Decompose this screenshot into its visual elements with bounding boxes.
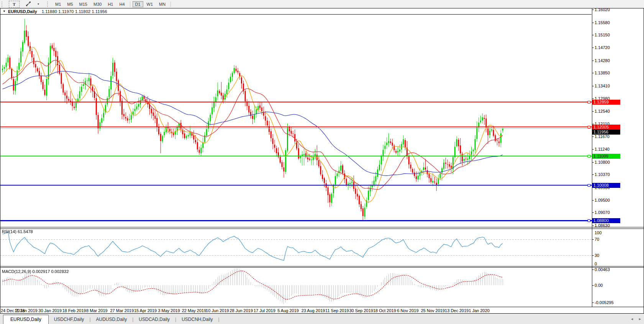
price-tick-label: 1.10800	[595, 160, 610, 164]
date-label: 28 Jun 2019	[230, 308, 253, 313]
toolbar-separator	[170, 2, 171, 7]
horizontal-level-line[interactable]	[0, 127, 592, 127]
timeframe-button-d1[interactable]: D1	[133, 1, 143, 7]
tab-usdcnh[interactable]: USDCNH,Daily	[176, 315, 218, 324]
timeframe-button-w1[interactable]: W1	[144, 1, 156, 7]
date-label: 10 Jun 2019	[206, 308, 229, 313]
date-label: 30 Jan 2019	[38, 308, 62, 313]
rsi-scale-label: 70	[595, 237, 599, 242]
rsi-scale-label: 30	[595, 253, 599, 258]
price-tick-label: 1.15150	[595, 33, 610, 37]
rsi-indicator-label: RSI(14) 61.5478	[2, 229, 33, 234]
tab-scroll-left-icon[interactable]: ◄	[628, 317, 636, 324]
rsi-scale-label: 0	[595, 262, 597, 266]
rsi-panel-top-border	[0, 229, 644, 229]
ohlc-quote-values: 1.11880 1.11970 1.11802 1.11956	[42, 9, 107, 14]
timeframe-button-m1[interactable]: M1	[52, 1, 64, 7]
toolbar-grip	[47, 2, 50, 7]
date-label: 30 Sep 2019	[349, 308, 373, 313]
date-label: 25 Nov 2019	[421, 308, 445, 313]
tab-eurusd[interactable]: EURUSD,Daily	[3, 315, 49, 324]
text-tool-button[interactable]: T	[9, 1, 20, 8]
date-label: 15 Apr 2019	[134, 308, 157, 313]
tab-scroll-right-icon[interactable]: ►	[636, 317, 644, 324]
timeframe-group: M1M5M15M30H1H4D1W1MN	[52, 1, 169, 7]
chart-title-bar: ▼ EURUSD,Daily 1.11880 1.11970 1.11802 1…	[0, 8, 592, 15]
current-price-line	[0, 128, 592, 129]
date-axis[interactable]: 24 Dec 201811 Jan 201930 Jan 201918 Feb …	[0, 307, 644, 313]
price-tick-label: 1.10370	[595, 172, 610, 177]
tab-divider: |	[218, 317, 219, 324]
date-label: 6 Nov 2019	[397, 308, 418, 313]
chart-symbol-title: EURUSD,Daily	[8, 9, 37, 14]
macd-scale-label: 0.00	[595, 283, 603, 288]
macd-indicator-label: MACD(12,26,9) 0.002917 0.002832	[2, 269, 69, 274]
horizontal-level-line[interactable]	[0, 102, 592, 102]
horizontal-level-line[interactable]	[0, 156, 592, 156]
hline-marker[interactable]	[588, 101, 590, 104]
hline-marker[interactable]	[588, 184, 590, 187]
timeframe-button-m30[interactable]: M30	[91, 1, 104, 7]
date-label: 5 Aug 2019	[277, 308, 299, 313]
main-rsi-separator[interactable]	[0, 227, 644, 227]
diagonal-arrows-icon	[26, 2, 31, 7]
cursor-mode-icon[interactable]	[23, 1, 33, 7]
price-tick-label: 1.12540	[595, 109, 610, 113]
price-tick-label: 1.09500	[595, 198, 610, 202]
timeframe-button-mn[interactable]: MN	[156, 1, 168, 7]
date-label: 22 May 2019	[182, 308, 206, 313]
horizontal-level-line[interactable]	[0, 185, 592, 186]
chart-window-left-border	[0, 8, 0, 314]
top-toolbar: T ▾ M1M5M15M30H1H4D1W1MN	[0, 0, 644, 8]
price-tick-label: 1.11670	[595, 134, 610, 139]
timeframe-button-h4[interactable]: H4	[116, 1, 127, 7]
hline-price-label: 1.10008	[592, 183, 620, 188]
rsi-macd-separator[interactable]	[0, 266, 644, 266]
price-tick-label: 1.14720	[595, 45, 610, 50]
price-tick-label: 1.13410	[595, 84, 610, 88]
date-label: 11 Jan 2019	[15, 308, 38, 313]
date-label: 13 Dec 2019	[445, 308, 469, 313]
date-label: 11 Sep 2019	[325, 308, 349, 313]
hline-marker[interactable]	[588, 219, 590, 222]
macd-scale-label: -0.005295	[595, 300, 614, 305]
hline-price-label: 1.08800	[592, 218, 620, 223]
collapse-chart-icon[interactable]: ▼	[3, 10, 6, 13]
horizontal-level-line[interactable]	[0, 220, 592, 221]
date-label: 3 May 2019	[158, 308, 180, 313]
chart-window-top-border	[0, 8, 644, 8]
price-tick-label: 1.09070	[595, 210, 610, 215]
macd-panel-top-border	[0, 267, 644, 268]
macd-scale-label: 0.00463	[595, 267, 610, 272]
timeframe-button-m15[interactable]: M15	[77, 1, 90, 7]
price-tick-label: 1.15580	[595, 20, 610, 25]
current-price-label: 1.11956	[592, 130, 620, 135]
toolbar-grip	[2, 2, 4, 7]
timeframe-button-h1[interactable]: H1	[105, 1, 116, 7]
tab-usdcad[interactable]: USDCAD,Daily	[133, 315, 175, 324]
chart-tab-bar: EURUSD,DailyUSDCHF,Daily|AUDUSD,Daily|US…	[0, 314, 644, 324]
hline-price-label: 1.11009	[592, 154, 620, 159]
price-chart-canvas[interactable]	[0, 15, 592, 307]
hline-marker[interactable]	[588, 155, 590, 158]
tab-audusd[interactable]: AUDUSD,Daily	[91, 315, 133, 324]
tab-usdchf[interactable]: USDCHF,Daily	[49, 315, 90, 324]
price-tick-label: 1.11240	[595, 147, 610, 151]
hline-price-label: 1.12859	[592, 100, 620, 105]
date-label: 1 Jan 2020	[469, 308, 490, 313]
timeframe-button-m5[interactable]: M5	[64, 1, 75, 7]
toolbar-separator	[130, 2, 130, 7]
date-label: 18 Oct 2019	[373, 308, 396, 313]
cursor-dropdown-button[interactable]: ▾	[33, 1, 43, 7]
macd-panel-bottom-border	[0, 307, 644, 307]
date-label: 27 Mar 2019	[110, 308, 134, 313]
date-label: 17 Jul 2019	[254, 308, 275, 313]
hline-price-label: 1.12005	[592, 125, 620, 130]
date-label: 8 Mar 2019	[86, 308, 108, 313]
price-tick-label: 1.13850	[595, 71, 610, 75]
price-tick-label: 1.14280	[595, 58, 610, 63]
date-label: 23 Aug 2019	[302, 308, 325, 313]
rsi-scale-label: 100	[595, 230, 601, 235]
date-label: 18 Feb 2019	[62, 308, 86, 313]
